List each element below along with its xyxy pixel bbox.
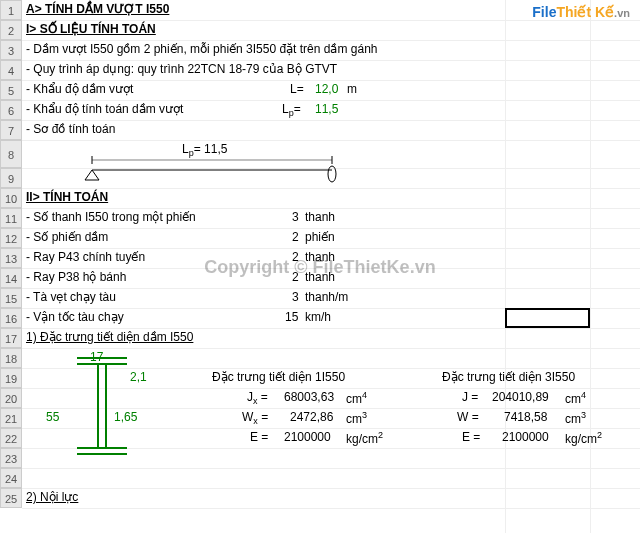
row-header[interactable]: 10 — [0, 188, 22, 208]
label: E = — [462, 430, 480, 444]
unit: thanh — [305, 210, 335, 224]
section-a-title: A> TÍNH DẦM VƯỢT I550 — [26, 2, 169, 16]
row-header[interactable]: 5 — [0, 80, 22, 100]
row-header[interactable]: 11 — [0, 208, 22, 228]
text-line: - Vận tốc tàu chạy — [26, 310, 124, 324]
row-header[interactable]: 18 — [0, 348, 22, 368]
row-header[interactable]: 16 — [0, 308, 22, 328]
text-line: - Số phiến dầm — [26, 230, 108, 244]
row-header[interactable]: 19 — [0, 368, 22, 388]
logo: FileThiết Kế.vn — [532, 4, 630, 20]
label: E = — [250, 430, 268, 444]
value: 11,5 — [315, 102, 338, 116]
label: Đặc trưng tiết diện 1I550 — [212, 370, 345, 384]
section-ii-title: II> TÍNH TOÁN — [26, 190, 108, 204]
value: 2 — [292, 270, 299, 284]
unit: thanh — [305, 270, 335, 284]
diagram-label: Lp= 11,5 — [182, 142, 227, 158]
value: 12,0 — [315, 82, 338, 96]
spreadsheet: 1 2 3 4 5 6 7 8 9 10 11 12 13 14 15 16 1… — [0, 0, 640, 533]
text-line: - Khẩu độ tính toán dầm vượt — [26, 102, 183, 116]
row-header[interactable]: 3 — [0, 40, 22, 60]
value: 2472,86 — [290, 410, 333, 424]
text-line: - Dầm vượt I550 gồm 2 phiến, mỗi phiến 3… — [26, 42, 377, 56]
text-line: - Ray P43 chính tuyến — [26, 250, 145, 264]
row-header[interactable]: 23 — [0, 448, 22, 468]
unit: cm4 — [565, 390, 586, 406]
row-header[interactable]: 1 — [0, 0, 22, 20]
subsection-title: 2) Nội lực — [26, 490, 78, 504]
row-header[interactable]: 4 — [0, 60, 22, 80]
dim-value: 17 — [90, 350, 103, 364]
unit: kg/cm2 — [565, 430, 602, 446]
value: 3 — [292, 210, 299, 224]
selected-cell[interactable] — [505, 308, 590, 328]
unit: km/h — [305, 310, 331, 324]
section-i-title: I> SỐ LIỆU TÍNH TOÁN — [26, 22, 156, 36]
label: Đặc trưng tiết diện 3I550 — [442, 370, 575, 384]
ibeam-section — [62, 350, 142, 465]
value: 15 — [285, 310, 298, 324]
value: 68003,63 — [284, 390, 334, 404]
value: 2100000 — [502, 430, 549, 444]
dim-value: 2,1 — [130, 370, 147, 384]
row-header[interactable]: 6 — [0, 100, 22, 120]
row-header[interactable]: 13 — [0, 248, 22, 268]
unit: thanh/m — [305, 290, 348, 304]
label: Wx = — [242, 410, 268, 426]
row-header[interactable]: 7 — [0, 120, 22, 140]
unit: cm3 — [565, 410, 586, 426]
dim-value: 55 — [46, 410, 59, 424]
row-header[interactable]: 17 — [0, 328, 22, 348]
text-line: - Khẩu độ dầm vượt — [26, 82, 133, 96]
row-header[interactable]: 24 — [0, 468, 22, 488]
value: 3 — [292, 290, 299, 304]
unit: cm4 — [346, 390, 367, 406]
value: 7418,58 — [504, 410, 547, 424]
unit: thanh — [305, 250, 335, 264]
row-header[interactable]: 8 — [0, 140, 22, 168]
text-line: - Tà vẹt chạy tàu — [26, 290, 116, 304]
text-line: - Số thanh I550 trong một phiến — [26, 210, 196, 224]
svg-point-2 — [328, 166, 336, 182]
value: 2100000 — [284, 430, 331, 444]
unit: kg/cm2 — [346, 430, 383, 446]
row-header[interactable]: 22 — [0, 428, 22, 448]
row-header[interactable]: 15 — [0, 288, 22, 308]
label: L= — [290, 82, 304, 96]
value: 204010,89 — [492, 390, 549, 404]
unit: m — [347, 82, 357, 96]
row-header[interactable]: 14 — [0, 268, 22, 288]
dim-value: 1,65 — [114, 410, 137, 424]
row-header[interactable]: 2 — [0, 20, 22, 40]
text-line: - Quy trình áp dụng: quy trình 22TCN 18-… — [26, 62, 337, 76]
row-header[interactable]: 21 — [0, 408, 22, 428]
svg-marker-1 — [85, 170, 99, 180]
label: W = — [457, 410, 479, 424]
label: Lp= — [282, 102, 301, 118]
row-header[interactable]: 9 — [0, 168, 22, 188]
text-line: - Ray P38 hộ bánh — [26, 270, 126, 284]
value: 2 — [292, 230, 299, 244]
value: 2 — [292, 250, 299, 264]
row-header[interactable]: 20 — [0, 388, 22, 408]
label: J = — [462, 390, 478, 404]
subsection-title: 1) Đặc trưng tiết diện dầm I550 — [26, 330, 193, 344]
unit: phiến — [305, 230, 335, 244]
cell-area[interactable]: H I A> TÍNH DẦM VƯỢT I550 I> SỐ LIỆU TÍN… — [22, 0, 640, 533]
row-header[interactable]: 25 — [0, 488, 22, 508]
row-header[interactable]: 12 — [0, 228, 22, 248]
unit: cm3 — [346, 410, 367, 426]
label: Jx = — [247, 390, 268, 406]
text-line: - Sơ đồ tính toán — [26, 122, 115, 136]
